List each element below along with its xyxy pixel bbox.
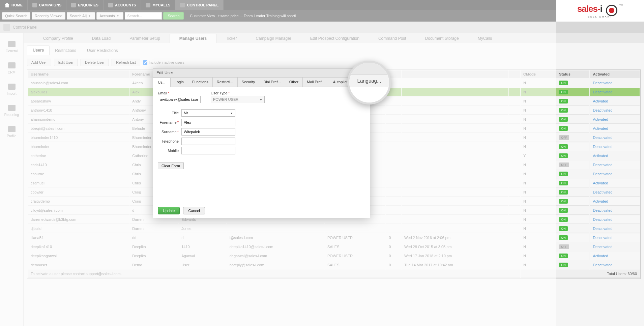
column-header[interactable]: Status [556,70,589,78]
status-toggle[interactable]: ON [559,153,568,158]
status-toggle[interactable]: ON [559,172,568,176]
status-toggle[interactable]: ON [559,108,568,113]
activation-link[interactable]: Deactivated [593,245,612,249]
cancel-button[interactable]: Cancel [183,207,205,214]
activation-link[interactable]: Activated [593,117,608,121]
logo-tagline: SELL SMART [588,16,612,18]
activation-link[interactable]: Deactivated [593,163,612,167]
activation-link[interactable]: Deactivated [593,217,612,221]
status-toggle[interactable]: ON [559,208,568,213]
activation-link[interactable]: Deactivated [593,108,612,112]
activation-link[interactable]: Activated [593,254,608,258]
status-toggle[interactable]: ON [559,217,568,222]
activation-link[interactable]: Deactivated [593,172,612,176]
dialog-title: Edit User [153,68,370,78]
callout-label: Languag... [349,75,389,87]
dialog-tab-us[interactable]: Us... [153,78,171,87]
status-toggle[interactable]: OFF [559,244,569,249]
logo-text: sales-i [577,4,602,14]
surname-field[interactable] [181,128,235,136]
title-label: Title [158,111,179,115]
status-toggle[interactable]: ON [559,117,568,122]
edit-user-dialog: Edit User Us...LoginFunctionsRestricti..… [153,68,370,218]
email-field[interactable] [158,96,201,103]
activation-link[interactable]: Deactivated [593,227,612,231]
status-toggle[interactable]: ON [559,235,568,240]
dialog-tab-mailpref[interactable]: Mail Pref... [303,78,329,87]
chevron-down-icon [230,111,233,115]
forename-label: Forename* [158,120,179,124]
dialog-tab-other[interactable]: Other [285,78,303,87]
activation-link[interactable]: Activated [593,126,608,130]
email-label: Email* [158,91,201,95]
activation-link[interactable]: Activated [593,154,608,158]
chevron-down-icon [260,97,262,101]
activation-link[interactable]: Deactivated [593,263,612,267]
telephone-label: Telephone [158,139,179,143]
activation-link[interactable]: Deactivated [593,136,612,140]
status-toggle[interactable]: ON [559,81,568,85]
activation-link[interactable]: Activated [593,99,608,103]
activation-link[interactable]: Deactivated [593,190,612,194]
status-toggle[interactable]: OFF [559,135,569,140]
activation-link[interactable]: Activated [593,181,608,185]
mobile-field[interactable] [181,147,235,154]
surname-label: Surname* [158,130,179,134]
activation-link[interactable]: Deactivated [593,81,612,85]
status-toggle[interactable]: ON [559,190,568,195]
title-dropdown[interactable]: Mr [181,109,235,117]
logo-eye-icon [606,5,617,16]
status-toggle[interactable]: ON [559,99,568,103]
status-toggle[interactable]: OFF [559,162,569,167]
status-toggle[interactable]: ON [559,226,568,231]
dialog-tab-login[interactable]: Login [171,78,188,87]
status-toggle[interactable]: ON [559,90,568,94]
column-header[interactable]: Activated [590,70,640,78]
dialog-tab-dialpref[interactable]: Dial Pref... [259,78,285,87]
status-toggle[interactable]: ON [559,263,568,267]
activation-link[interactable]: Deactivated [593,90,612,94]
activation-link[interactable]: Deactivated [593,236,612,240]
activation-link[interactable]: Deactivated [593,145,612,149]
status-toggle[interactable]: ON [559,126,568,131]
dialog-tab-functions[interactable]: Functions [188,78,213,87]
activation-link[interactable]: Deactivated [593,208,612,212]
dialog-tabs: Us...LoginFunctionsRestricti...SecurityD… [153,78,370,87]
status-toggle[interactable]: ON [559,199,568,204]
usertype-dropdown[interactable]: POWER USER [211,96,265,103]
mobile-label: Mobile [158,149,179,153]
status-toggle[interactable]: ON [559,181,568,185]
dialog-tab-security[interactable]: Security [238,78,260,87]
activation-link[interactable]: Activated [593,199,608,203]
dialog-tab-restricti[interactable]: Restricti... [213,78,238,87]
logo: sales-i TM SELL SMART [556,0,644,22]
telephone-field[interactable] [181,138,235,145]
forename-field[interactable] [181,119,235,126]
usertype-label: User Type* [211,91,265,95]
status-toggle[interactable]: ON [559,144,568,149]
language-tab-callout: Languag... [347,61,391,105]
status-toggle[interactable]: ON [559,254,568,258]
update-button[interactable]: Update [158,207,180,214]
clear-form-button[interactable]: Clear Form [158,162,184,169]
